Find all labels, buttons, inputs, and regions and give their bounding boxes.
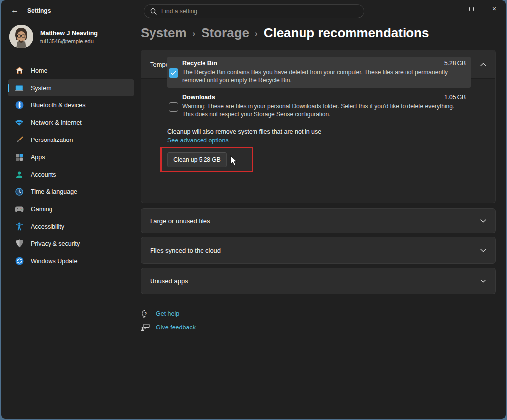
user-name: Matthew J Neavling xyxy=(40,30,98,37)
gaming-icon xyxy=(15,205,24,214)
windows-update-icon xyxy=(15,257,24,266)
downloads-description: Warning: These are files in your persona… xyxy=(182,102,466,118)
recycle-bin-description: The Recycle Bin contains files you have … xyxy=(182,68,466,84)
sidebar-item-gaming[interactable]: Gaming xyxy=(8,200,134,218)
search-input[interactable] xyxy=(161,8,358,15)
files-synced-to-cloud-expander[interactable]: Files synced to the cloud xyxy=(141,237,496,264)
sidebar-item-label: Accounts xyxy=(31,171,56,178)
app-title: Settings xyxy=(27,7,51,14)
home-icon xyxy=(15,66,24,75)
sidebar-item-label: Home xyxy=(31,67,47,74)
system-icon xyxy=(15,84,24,93)
sidebar-item-label: Gaming xyxy=(31,206,52,213)
checkmark-icon xyxy=(171,71,176,75)
bluetooth-icon xyxy=(15,101,24,110)
user-email: tui13546@temple.edu xyxy=(40,38,98,44)
personalization-icon xyxy=(15,136,24,144)
chevron-up-icon[interactable] xyxy=(480,63,486,66)
downloads-label: Downloads xyxy=(182,94,215,101)
breadcrumb-separator: › xyxy=(255,29,258,39)
breadcrumb-system[interactable]: System xyxy=(141,25,187,41)
maximize-button[interactable] xyxy=(460,0,483,17)
downloads-size: 1.05 GB xyxy=(444,94,466,101)
page-title: Cleanup recommendations xyxy=(264,25,429,41)
breadcrumb-separator: › xyxy=(193,29,196,39)
large-or-unused-files-expander[interactable]: Large or unused files xyxy=(141,208,496,233)
files-synced-to-cloud-title: Files synced to the cloud xyxy=(150,247,221,254)
sidebar-item-label: Personalization xyxy=(31,137,73,143)
accessibility-icon xyxy=(15,222,24,231)
large-or-unused-files-title: Large or unused files xyxy=(150,217,210,225)
privacy-icon xyxy=(15,239,24,248)
chevron-down-icon[interactable] xyxy=(480,280,486,283)
see-advanced-options-link[interactable]: See advanced options xyxy=(167,137,229,144)
give-feedback-link[interactable]: Give feedback xyxy=(141,323,196,332)
recycle-bin-checkbox[interactable] xyxy=(169,68,178,78)
sidebar-item-label: Apps xyxy=(31,154,45,161)
minimize-button[interactable] xyxy=(437,0,460,17)
unused-apps-expander[interactable]: Unused apps xyxy=(141,268,496,294)
search-box[interactable] xyxy=(144,4,364,18)
search-icon xyxy=(150,8,157,15)
sidebar-item-accessibility[interactable]: Accessibility xyxy=(8,218,134,235)
sidebar-item-label: Time & language xyxy=(31,188,77,195)
get-help-link[interactable]: ? Get help xyxy=(141,309,179,318)
sidebar-item-time-language[interactable]: Time & language xyxy=(8,183,134,200)
sidebar-item-label: Accessibility xyxy=(31,223,64,230)
sidebar-item-bluetooth-devices[interactable]: Bluetooth & devices xyxy=(8,96,134,114)
sidebar-item-label: Windows Update xyxy=(31,258,78,265)
recycle-bin-size: 5.28 GB xyxy=(444,60,466,67)
time-language-icon xyxy=(15,187,24,196)
mouse-cursor-icon xyxy=(230,155,238,168)
maximize-icon xyxy=(469,7,474,11)
give-feedback-icon xyxy=(141,323,150,332)
chevron-down-icon[interactable] xyxy=(480,249,486,252)
sidebar-item-label: System xyxy=(31,85,51,92)
sidebar-item-home[interactable]: Home xyxy=(8,62,134,79)
unused-apps-title: Unused apps xyxy=(150,278,188,285)
minimize-icon xyxy=(446,9,451,9)
sidebar-item-label: Privacy & security xyxy=(31,240,80,247)
give-feedback-label: Give feedback xyxy=(156,324,196,331)
close-icon: × xyxy=(492,5,496,12)
settings-window: ← Settings × xyxy=(1,0,506,419)
sidebar-item-system[interactable]: System xyxy=(8,79,134,96)
temporary-files-expander: Temporary files Recycle Bin 5.28 GB The … xyxy=(141,50,496,203)
avatar xyxy=(9,25,33,48)
sidebar-item-apps[interactable]: Apps xyxy=(8,148,134,166)
sidebar-item-label: Bluetooth & devices xyxy=(31,102,86,109)
downloads-row[interactable]: Downloads 1.05 GB Warning: These are fil… xyxy=(167,91,471,121)
breadcrumb: System › Storage › Cleanup recommendatio… xyxy=(141,25,429,41)
apps-icon xyxy=(15,153,24,162)
get-help-label: Get help xyxy=(156,310,179,317)
sidebar-item-windows-update[interactable]: Windows Update xyxy=(8,252,134,270)
window-controls: × xyxy=(437,0,506,17)
sidebar-item-personalization[interactable]: Personalization xyxy=(8,131,134,148)
accounts-icon xyxy=(15,170,24,179)
chevron-down-icon[interactable] xyxy=(480,219,486,223)
clean-up-button[interactable]: Clean up 5.28 GB xyxy=(167,152,227,167)
sidebar-item-label: Network & internet xyxy=(31,119,82,126)
cleanup-note: Cleanup will also remove system files th… xyxy=(167,128,321,135)
sidebar-item-network-internet[interactable]: Network & internet xyxy=(8,114,134,131)
svg-text:?: ? xyxy=(144,311,147,316)
breadcrumb-storage[interactable]: Storage xyxy=(201,25,249,41)
downloads-checkbox[interactable] xyxy=(169,102,178,112)
sidebar: Home System Bluetooth & devices Network … xyxy=(8,62,134,270)
sidebar-item-privacy-security[interactable]: Privacy & security xyxy=(8,235,134,252)
get-help-icon: ? xyxy=(141,309,150,318)
network-icon xyxy=(15,118,24,127)
sidebar-item-accounts[interactable]: Accounts xyxy=(8,166,134,183)
recycle-bin-row[interactable]: Recycle Bin 5.28 GB The Recycle Bin cont… xyxy=(167,57,471,88)
back-button[interactable]: ← xyxy=(5,2,24,18)
recycle-bin-label: Recycle Bin xyxy=(182,60,217,67)
user-profile: Matthew J Neavling tui13546@temple.edu xyxy=(8,23,134,50)
close-button[interactable]: × xyxy=(483,0,506,17)
